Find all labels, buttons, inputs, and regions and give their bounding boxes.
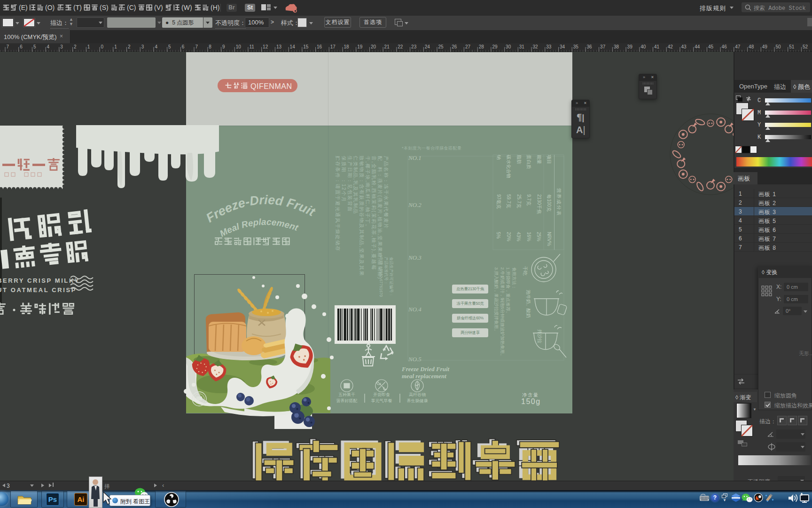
svg-text:1: 1	[87, 44, 90, 49]
svg-text:51: 51	[789, 44, 795, 49]
svg-text:50: 50	[776, 44, 781, 49]
svg-text:27: 27	[465, 44, 471, 49]
svg-text:(O): (O)	[45, 4, 55, 11]
svg-text:(H): (H)	[211, 4, 219, 11]
svg-text:43: 43	[681, 44, 687, 49]
svg-text:25: 25	[438, 44, 444, 49]
svg-text:24: 24	[425, 44, 430, 49]
svg-text:45: 45	[708, 44, 714, 49]
svg-text:40: 40	[640, 44, 646, 49]
svg-text:52: 52	[803, 44, 808, 49]
svg-text:22: 22	[398, 44, 403, 49]
svg-text:49: 49	[762, 44, 768, 49]
svg-text:21: 21	[384, 44, 390, 49]
svg-text:14: 14	[290, 44, 296, 49]
svg-text:3: 3	[141, 44, 144, 49]
svg-text:UT OATMEAL CRISP: UT OATMEAL CRISP	[0, 286, 77, 294]
svg-text:QIFENMAN: QIFENMAN	[250, 82, 292, 90]
svg-text:7: 7	[195, 44, 198, 49]
svg-text:30: 30	[506, 44, 511, 49]
svg-text:6: 6	[182, 44, 185, 49]
svg-text:2: 2	[128, 44, 131, 49]
svg-text:32: 32	[533, 44, 539, 49]
svg-text:23: 23	[411, 44, 417, 49]
svg-text:28: 28	[479, 44, 484, 49]
svg-text:1: 1	[114, 44, 117, 49]
svg-text:(E): (E)	[19, 4, 28, 11]
svg-text:(W): (W)	[181, 4, 192, 11]
svg-text:10: 10	[236, 44, 242, 49]
svg-text:13: 13	[276, 44, 282, 49]
svg-text:46: 46	[722, 44, 727, 49]
svg-text:18: 18	[344, 44, 350, 49]
svg-text:2: 2	[74, 44, 77, 49]
svg-text:42: 42	[668, 44, 673, 49]
svg-text:4: 4	[47, 44, 50, 49]
svg-text:48: 48	[749, 44, 754, 49]
svg-text:12: 12	[263, 44, 268, 49]
svg-text:5: 5	[33, 44, 36, 49]
svg-text:8: 8	[209, 44, 211, 49]
svg-text:34: 34	[560, 44, 565, 49]
svg-text:37: 37	[600, 44, 606, 49]
svg-text:44: 44	[695, 44, 700, 49]
svg-text:9: 9	[222, 44, 225, 49]
svg-text:16: 16	[317, 44, 322, 49]
svg-text:33: 33	[546, 44, 552, 49]
svg-text:Meal Replacement: Meal Replacement	[218, 217, 300, 238]
svg-text:4: 4	[155, 44, 157, 49]
svg-text:39: 39	[627, 44, 633, 49]
svg-text:15: 15	[303, 44, 309, 49]
svg-text:20: 20	[371, 44, 376, 49]
svg-text:38: 38	[614, 44, 619, 49]
svg-text:0: 0	[101, 44, 104, 49]
svg-text:5: 5	[168, 44, 171, 49]
svg-text:7: 7	[7, 44, 9, 49]
svg-text:6: 6	[20, 44, 23, 49]
svg-text:29: 29	[492, 44, 498, 49]
svg-text:31: 31	[519, 44, 525, 49]
svg-text:(V): (V)	[154, 4, 163, 11]
svg-text:19: 19	[357, 44, 363, 49]
svg-text:(T): (T)	[73, 4, 82, 11]
svg-text:26: 26	[452, 44, 457, 49]
svg-text:11: 11	[249, 44, 254, 49]
svg-text:35: 35	[573, 44, 579, 49]
svg-text:47: 47	[735, 44, 741, 49]
svg-text:(C): (C)	[127, 4, 136, 11]
svg-text:(S): (S)	[100, 4, 109, 11]
svg-text:41: 41	[654, 44, 660, 49]
svg-text:BERRY CRISP MILKY: BERRY CRISP MILKY	[0, 277, 80, 284]
svg-text:17: 17	[330, 44, 336, 49]
svg-text:3: 3	[60, 44, 63, 49]
svg-text:36: 36	[586, 44, 592, 49]
